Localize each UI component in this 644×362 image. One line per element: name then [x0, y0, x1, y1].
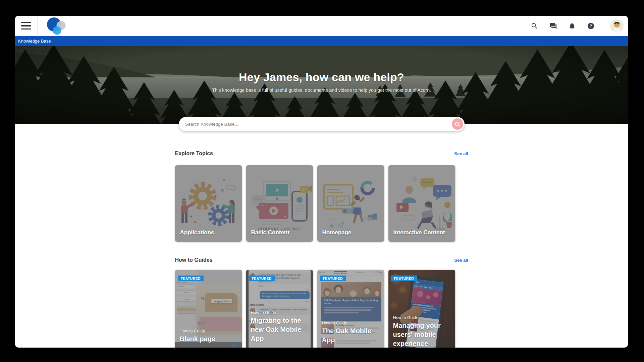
topic-card-title: Basic Content	[251, 229, 289, 236]
guide-title: Migrating to the new Oak Mobile App	[251, 316, 310, 343]
see-all-topics-link[interactable]: See all	[454, 151, 468, 156]
top-bar: ?	[15, 16, 628, 36]
topic-card-homepage[interactable]: Homepage	[317, 165, 384, 242]
hero-title: Hey James, how can we help?	[15, 71, 628, 84]
guide-card-text: How to Guide Managing your users' mobile…	[393, 315, 452, 348]
hero-text: Hey James, how can we help? This knowled…	[15, 46, 628, 93]
guide-card-migrating-oak-mobile-app[interactable]: to move today's call to 2pm, if that's o…	[246, 270, 313, 348]
search-submit-button[interactable]	[452, 118, 463, 130]
help-button[interactable]: ?	[586, 21, 595, 30]
chat-button[interactable]	[549, 21, 557, 30]
see-all-guides-link[interactable]: See all	[454, 258, 468, 263]
help-icon: ?	[587, 22, 595, 30]
search-icon	[454, 121, 460, 127]
search-input[interactable]	[179, 122, 452, 127]
topbar-actions: ?	[530, 19, 628, 32]
brand-logo[interactable]	[46, 16, 67, 35]
featured-badge: FEATURED	[249, 276, 275, 281]
topic-card-title: Interactive Content	[393, 229, 445, 236]
search-button[interactable]	[530, 21, 539, 30]
guide-card-the-oak-mobile-app[interactable]: Home Latest News Payslips SLT Blog	[317, 270, 384, 348]
guide-kicker: How to Guide	[251, 310, 310, 315]
guide-title: Managing your users' mobile experience	[393, 321, 452, 348]
guide-kicker: How to Guide	[322, 321, 381, 325]
topic-card-interactive-content[interactable]: Interactive Content	[388, 165, 455, 242]
guide-kicker: How to Guide	[393, 315, 452, 320]
guide-card-blank-page[interactable]: Aspect Ratio Banner▾ CANCEL DONE Documen…	[175, 270, 242, 348]
hamburger-menu-button[interactable]	[15, 16, 37, 36]
avatar-photo	[610, 19, 623, 32]
featured-badge: FEATURED	[391, 276, 417, 281]
guide-card-text: How to Guide The Oak Mobile App	[322, 321, 381, 345]
topbar-divider	[37, 16, 38, 36]
guide-card-managing-mobile-experience[interactable]: Oak	[388, 270, 455, 348]
how-to-guides-header: How to Guides See all	[175, 257, 468, 263]
section-title: How to Guides	[175, 257, 213, 263]
bell-icon	[568, 22, 576, 30]
search-icon	[531, 22, 538, 30]
main-content: Explore Topics See all	[175, 150, 468, 348]
guide-kicker: How to Guide	[180, 329, 239, 334]
app-bar-title: Knowledge Base	[18, 39, 51, 44]
guide-title: The Oak Mobile App	[322, 326, 381, 345]
guide-card-text: How to Guide Blank page	[180, 329, 239, 344]
featured-badge: FEATURED	[178, 276, 204, 281]
featured-badge: FEATURED	[320, 276, 346, 281]
topic-card-title: Applications	[180, 229, 214, 236]
chat-icon	[549, 22, 557, 30]
explore-topics-header: Explore Topics See all	[175, 150, 468, 157]
hero-banner: Hey James, how can we help? This knowled…	[15, 46, 628, 124]
guide-title: Blank page	[180, 335, 239, 344]
section-title: Explore Topics	[175, 150, 213, 157]
user-avatar[interactable]	[610, 19, 623, 32]
guide-card-row: Aspect Ratio Banner▾ CANCEL DONE Documen…	[175, 270, 468, 348]
topic-card-title: Homepage	[322, 229, 352, 236]
app-window: ? Knowledge Base	[15, 16, 628, 348]
app-bar: Knowledge Base	[15, 36, 628, 46]
topic-card-basic-content[interactable]: INTERNET CONTENT Basic Content	[246, 165, 313, 242]
knowledge-base-search	[179, 117, 465, 131]
guide-card-text: How to Guide Migrating to the new Oak Mo…	[251, 310, 310, 343]
topic-card-applications[interactable]: Applications	[175, 165, 242, 242]
hamburger-icon	[21, 22, 31, 30]
notifications-button[interactable]	[568, 21, 576, 30]
hero-subtitle: This knowledge base is full of useful gu…	[15, 87, 628, 93]
topic-card-row: Applications	[175, 165, 468, 242]
svg-text:?: ?	[589, 23, 592, 28]
logo-circles-icon	[46, 16, 67, 35]
